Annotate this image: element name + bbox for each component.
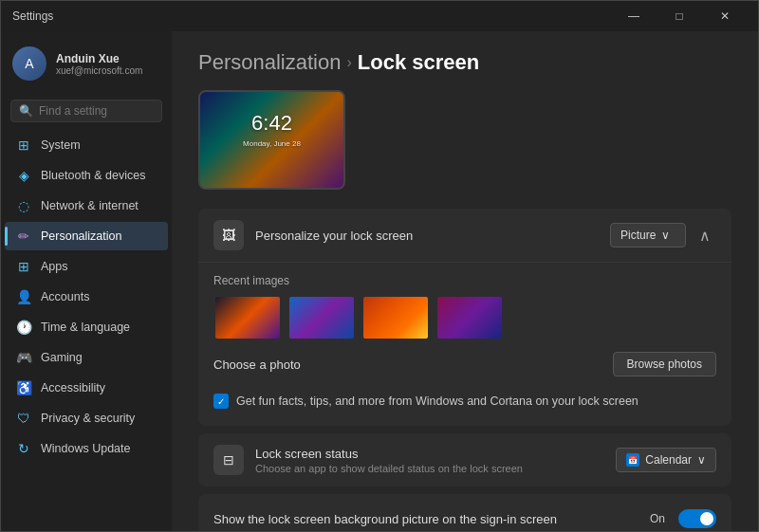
update-icon: ↻ (16, 441, 31, 456)
signin-title: Show the lock screen background picture … (213, 512, 650, 526)
breadcrumb-separator: › (346, 54, 351, 71)
close-button[interactable]: ✕ (703, 1, 747, 31)
signin-row: Show the lock screen background picture … (198, 494, 731, 531)
sidebar-item-time[interactable]: 🕐 Time & language (5, 313, 168, 341)
checkbox-row[interactable]: Get fun facts, tips, and more from Windo… (213, 388, 716, 414)
lock-preview-image: 6:42 Monday, June 28 (198, 90, 345, 190)
thumbnail-3[interactable] (361, 295, 430, 340)
sidebar-item-label: Time & language (41, 321, 157, 334)
user-email: xuef@microsoft.com (56, 65, 142, 76)
preview-date: Monday, June 28 (243, 139, 301, 148)
sidebar-item-label: Accessibility (41, 381, 157, 394)
collapse-button[interactable]: ∧ (694, 225, 716, 247)
maximize-button[interactable]: □ (657, 1, 701, 31)
sidebar-item-label: System (41, 138, 157, 152)
search-box[interactable]: 🔍 (10, 100, 162, 122)
lock-status-title: Lock screen status (255, 447, 616, 461)
minimize-button[interactable]: — (612, 1, 656, 31)
choose-photo-label: Choose a photo (213, 358, 301, 372)
personalize-icon: 🖼 (213, 220, 244, 250)
thumbnail-4[interactable] (435, 295, 504, 340)
calendar-icon: 📅 (626, 453, 639, 467)
calendar-dropdown[interactable]: 📅 Calendar ∨ (616, 448, 716, 472)
personalize-dropdown[interactable]: Picture ∨ (610, 223, 686, 248)
sidebar-item-bluetooth[interactable]: ◈ Bluetooth & devices (5, 161, 168, 190)
signin-section: Show the lock screen background picture … (198, 494, 731, 531)
sidebar-item-personalization[interactable]: ✏ Personalization (5, 222, 168, 250)
main-content: Personalization › Lock screen 6:42 Monda… (172, 31, 758, 531)
thumb-image-2 (289, 297, 354, 339)
page-title: Lock screen (358, 50, 479, 75)
thumb-image-3 (363, 297, 428, 339)
sidebar-item-label: Personalization (41, 229, 157, 243)
sidebar: A Anduin Xue xuef@microsoft.com 🔍 ⊞ Syst… (1, 31, 172, 531)
lock-screen-preview: 6:42 Monday, June 28 (198, 90, 731, 190)
search-input[interactable] (39, 104, 154, 118)
thumbnail-2[interactable] (287, 295, 356, 340)
search-icon: 🔍 (19, 104, 33, 118)
thumb-image-4 (437, 297, 502, 339)
gaming-icon: 🎮 (16, 350, 31, 365)
user-name: Anduin Xue (56, 52, 142, 65)
apps-icon: ⊞ (16, 259, 31, 274)
sidebar-item-label: Apps (41, 260, 157, 273)
dropdown-value: Picture (620, 229, 656, 242)
calendar-label: Calendar (645, 453, 692, 467)
accounts-icon: 👤 (16, 289, 31, 304)
bluetooth-icon: ◈ (16, 168, 31, 183)
checkbox-label: Get fun facts, tips, and more from Windo… (236, 394, 639, 408)
image-grid (213, 295, 716, 340)
browse-photos-button[interactable]: Browse photos (613, 352, 716, 376)
thumbnail-1[interactable] (213, 295, 282, 340)
breadcrumb-parent[interactable]: Personalization (198, 50, 341, 75)
sidebar-item-label: Gaming (41, 351, 157, 364)
calendar-dropdown-arrow: ∨ (697, 453, 706, 467)
sidebar-item-label: Bluetooth & devices (41, 169, 157, 182)
system-icon: ⊞ (16, 138, 31, 153)
sidebar-item-apps[interactable]: ⊞ Apps (5, 252, 168, 281)
fun-facts-checkbox[interactable] (213, 394, 229, 409)
personalization-icon: ✏ (16, 229, 31, 244)
avatar: A (12, 46, 46, 81)
sidebar-item-label: Accounts (41, 290, 157, 303)
content-area: A Anduin Xue xuef@microsoft.com 🔍 ⊞ Syst… (1, 31, 758, 531)
sidebar-item-windows-update[interactable]: ↻ Windows Update (5, 434, 168, 463)
thumb-image-1 (215, 297, 280, 339)
personalize-title: Personalize your lock screen (255, 229, 610, 243)
personalize-section: 🖼 Personalize your lock screen Picture ∨… (198, 209, 731, 426)
window-controls: — □ ✕ (612, 1, 747, 31)
sidebar-item-accessibility[interactable]: ♿ Accessibility (5, 374, 168, 402)
sidebar-item-gaming[interactable]: 🎮 Gaming (5, 343, 168, 372)
signin-toggle[interactable] (678, 509, 716, 528)
user-profile[interactable]: A Anduin Xue xuef@microsoft.com (1, 39, 172, 88)
sidebar-item-network[interactable]: ◌ Network & internet (5, 192, 168, 220)
lock-status-section: ⊟ Lock screen status Choose an app to sh… (198, 433, 731, 486)
sidebar-item-label: Privacy & security (41, 412, 157, 425)
lock-status-row: ⊟ Lock screen status Choose an app to sh… (198, 433, 731, 486)
dropdown-arrow-icon: ∨ (661, 229, 670, 242)
lock-status-icon: ⊟ (213, 445, 244, 475)
personalize-content: Personalize your lock screen (255, 229, 610, 243)
signin-content: Show the lock screen background picture … (213, 512, 650, 526)
recent-images-label: Recent images (213, 274, 716, 287)
lock-status-desc: Choose an app to show detailed status on… (255, 463, 616, 474)
breadcrumb: Personalization › Lock screen (198, 50, 731, 75)
network-icon: ◌ (16, 198, 31, 213)
sidebar-item-accounts[interactable]: 👤 Accounts (5, 283, 168, 311)
sidebar-item-privacy[interactable]: 🛡 Privacy & security (5, 404, 168, 432)
settings-window: Settings — □ ✕ A Anduin Xue xuef@microso… (0, 0, 759, 532)
signin-action: On (650, 509, 716, 528)
lock-status-content: Lock screen status Choose an app to show… (255, 447, 616, 474)
personalize-action: Picture ∨ ∧ (610, 223, 716, 248)
window-title: Settings (12, 9, 53, 23)
titlebar: Settings — □ ✕ (1, 1, 758, 31)
time-icon: 🕐 (16, 320, 31, 335)
recent-images-section: Recent images (198, 263, 731, 426)
accessibility-icon: ♿ (16, 380, 31, 395)
sidebar-item-label: Network & internet (41, 199, 157, 212)
toggle-label: On (650, 512, 665, 525)
choose-photo-row: Choose a photo Browse photos (213, 352, 716, 376)
sidebar-item-system[interactable]: ⊞ System (5, 131, 168, 159)
lock-status-action: 📅 Calendar ∨ (616, 448, 716, 472)
privacy-icon: 🛡 (16, 411, 31, 426)
